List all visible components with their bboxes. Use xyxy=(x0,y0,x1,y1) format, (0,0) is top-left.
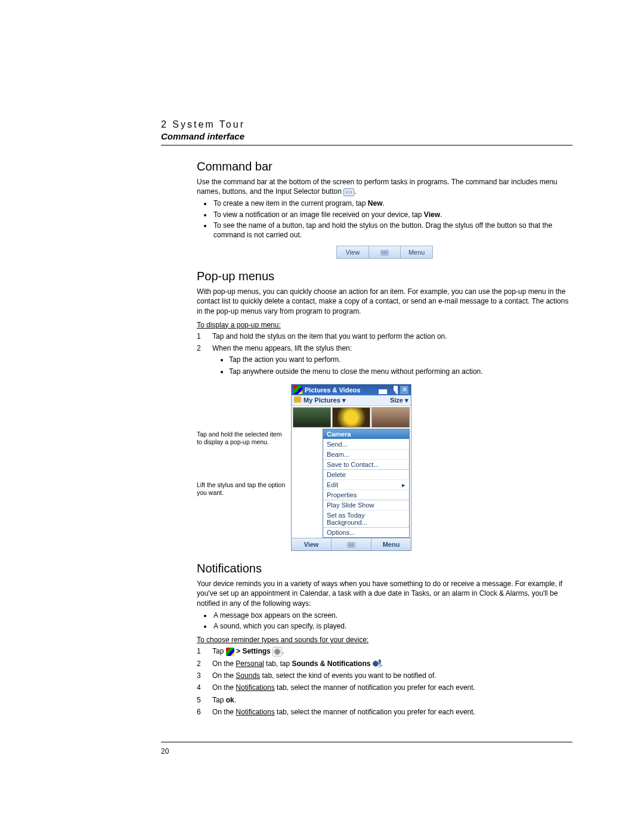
chapter-title: 2 System Tour xyxy=(161,119,572,130)
device-keyboard-icon xyxy=(332,538,371,550)
close-icon: ✕ xyxy=(400,386,408,394)
menu-item: Delete xyxy=(323,469,409,479)
cmdbar-view-button: View xyxy=(337,246,369,258)
command-bar-figure: View Menu xyxy=(336,246,433,259)
figure-callouts: Tap and hold the selected item to displa… xyxy=(197,384,291,532)
step: Tap > Settings . xyxy=(197,646,572,657)
dropdown-icon: ▾ xyxy=(342,397,346,404)
cmdbar-keyboard-icon xyxy=(369,246,401,258)
device-titlebar: Pictures & Videos ✕ xyxy=(292,385,411,395)
callout-text: Tap and hold the selected item to displa… xyxy=(197,431,286,445)
input-selector-icon xyxy=(343,188,354,196)
main-content: Command bar Use the command bar at the b… xyxy=(197,160,572,718)
instruction-title-popup: To display a pop-up menu: xyxy=(197,321,572,329)
menu-item: Beam... xyxy=(323,449,409,459)
start-icon xyxy=(294,386,302,394)
step: Tap ok. xyxy=(197,695,572,705)
settings-icon xyxy=(273,647,282,657)
step: When the menu appears, lift the stylus t… xyxy=(197,343,572,377)
popup-steps: Tap and hold the stylus on the item that… xyxy=(197,332,572,377)
document-page: 2 System Tour Command interface Command … xyxy=(0,0,644,803)
folder-icon xyxy=(294,397,301,402)
paragraph-command-bar: Use the command bar at the bottom of the… xyxy=(197,177,572,196)
heading-command-bar: Command bar xyxy=(197,160,572,174)
thumbnail xyxy=(293,407,331,428)
bullet: To create a new item in the current prog… xyxy=(212,199,572,208)
header-rule xyxy=(161,145,572,145)
device-screenshot: Pictures & Videos ✕ My Pictures ▾ Size ▾ xyxy=(291,384,411,551)
page-number: 20 xyxy=(161,747,572,755)
substep: Tap anywhere outside the menu to close t… xyxy=(229,367,572,377)
substep: Tap the action you want to perform. xyxy=(229,355,572,365)
device-menu-button: Menu xyxy=(371,538,411,550)
thumbnail xyxy=(332,407,370,428)
device-subbar: My Pictures ▾ Size ▾ xyxy=(292,395,411,406)
thumbnail xyxy=(371,407,410,428)
step: Tap and hold the stylus on the item that… xyxy=(197,332,572,342)
cmdbar-menu-button: Menu xyxy=(401,246,432,258)
context-menu: Camera Send... Beam... Save to Contact..… xyxy=(323,429,410,538)
notifications-bullets: A message box appears on the screen. A s… xyxy=(197,611,572,631)
thumbnail-row xyxy=(292,406,411,429)
menu-item: Set as Today Background... xyxy=(323,510,409,527)
popup-figure: Tap and hold the selected item to displa… xyxy=(197,384,572,551)
step: On the Notifications tab, select the man… xyxy=(197,683,572,693)
paragraph-notifications: Your device reminds you in a variety of … xyxy=(197,579,572,608)
heading-notifications: Notifications xyxy=(197,562,572,575)
menu-item: Properties xyxy=(323,490,409,500)
bullet: A message box appears on the screen. xyxy=(212,611,572,620)
bullet: To see the name of a button, tap and hol… xyxy=(212,221,572,240)
section-title: Command interface xyxy=(161,131,572,141)
step: On the Personal tab, tap Sounds & Notifi… xyxy=(197,659,572,669)
menu-item: Send... xyxy=(323,439,409,449)
footer-rule xyxy=(161,742,572,742)
bullet: A sound, which you can specify, is playe… xyxy=(212,621,572,631)
start-flag-icon xyxy=(226,648,234,656)
paragraph-popup: With pop-up menus, you can quickly choos… xyxy=(197,287,572,316)
sounds-icon xyxy=(373,659,381,668)
bullet: To view a notification or an image file … xyxy=(212,210,572,219)
device-command-bar: View Menu xyxy=(292,538,411,550)
menu-item: Options... xyxy=(323,527,409,537)
step: On the Sounds tab, select the kind of ev… xyxy=(197,671,572,681)
heading-popup-menus: Pop-up menus xyxy=(197,270,572,283)
volume-icon xyxy=(389,386,398,394)
device-view-button: View xyxy=(292,538,332,550)
notification-steps: Tap > Settings . On the Personal tab, ta… xyxy=(197,646,572,717)
menu-header: Camera xyxy=(323,429,409,439)
dropdown-icon: ▾ xyxy=(405,397,408,404)
instruction-title-notifications: To choose reminder types and sounds for … xyxy=(197,636,572,644)
menu-item: Save to Contact... xyxy=(323,459,409,469)
menu-item: Edit▸ xyxy=(323,479,409,490)
menu-item: Play Slide Show xyxy=(323,500,409,510)
chevron-right-icon: ▸ xyxy=(402,481,405,489)
step: On the Notifications tab, select the man… xyxy=(197,707,572,717)
callout-text: Lift the stylus and tap the option you w… xyxy=(197,481,286,496)
signal-icon xyxy=(379,386,387,394)
command-bar-bullets: To create a new item in the current prog… xyxy=(197,199,572,240)
